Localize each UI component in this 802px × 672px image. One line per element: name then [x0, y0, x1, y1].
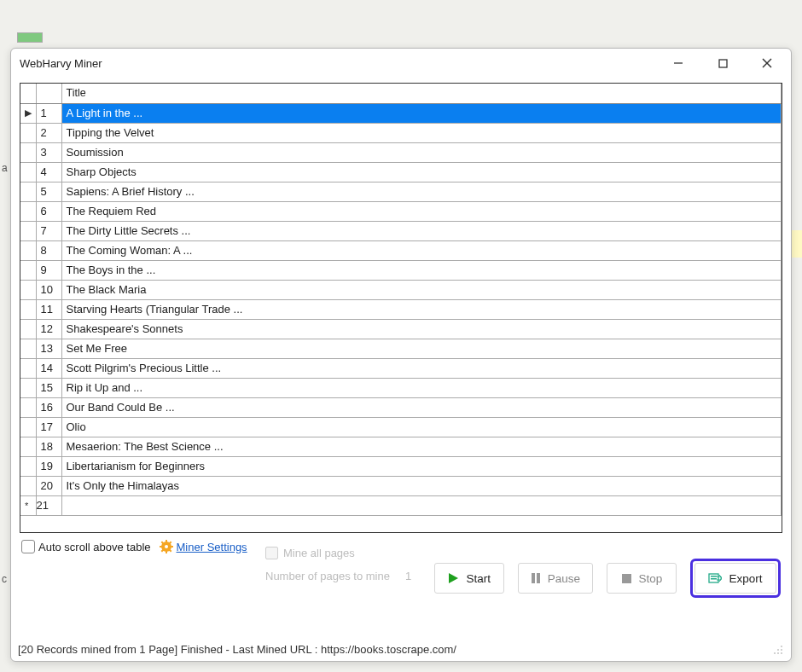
cell-title[interactable]: The Coming Woman: A ...: [61, 240, 782, 260]
table-row[interactable]: 20It's Only the Himalayas: [20, 476, 782, 495]
cell-title[interactable]: Libertarianism for Beginners: [61, 456, 782, 476]
row-number: 19: [36, 456, 61, 476]
gear-icon: [160, 540, 173, 553]
table-row[interactable]: 3Soumission: [20, 142, 782, 162]
titlebar: WebHarvy Miner: [11, 49, 791, 78]
table-row[interactable]: 2Tipping the Velvet: [20, 123, 782, 142]
row-indicator: [20, 162, 36, 182]
svg-point-24: [774, 652, 776, 654]
row-indicator: [20, 280, 36, 299]
table-row[interactable]: 19Libertarianism for Beginners: [20, 456, 782, 476]
cell-title[interactable]: [61, 495, 782, 515]
cell-title[interactable]: Scott Pilgrim's Precious Little ...: [61, 358, 782, 378]
row-number: 15: [36, 378, 61, 397]
pause-label: Pause: [548, 572, 580, 585]
cell-title[interactable]: The Boys in the ...: [61, 260, 782, 280]
cell-title[interactable]: Our Band Could Be ...: [61, 397, 782, 417]
num-pages-value: 1: [405, 570, 431, 582]
pause-button[interactable]: Pause: [518, 563, 593, 594]
table-row[interactable]: 11Starving Hearts (Triangular Trade ...: [20, 299, 782, 319]
table-row[interactable]: 13Set Me Free: [20, 339, 782, 358]
table-row[interactable]: 7The Dirty Little Secrets ...: [20, 221, 782, 240]
grid-header-title[interactable]: Title: [61, 84, 782, 103]
row-number: 10: [36, 280, 61, 299]
cell-title[interactable]: Set Me Free: [61, 339, 782, 358]
stop-button[interactable]: Stop: [607, 563, 677, 594]
cell-title[interactable]: Soumission: [61, 142, 782, 162]
row-number: 4: [36, 162, 61, 182]
svg-rect-19: [711, 576, 717, 577]
data-grid[interactable]: Title ▶1A Light in the ...2Tipping the V…: [20, 83, 782, 533]
table-row[interactable]: 14Scott Pilgrim's Precious Little ...: [20, 358, 782, 378]
table-row[interactable]: *21: [20, 495, 782, 515]
row-indicator: [20, 417, 36, 437]
cell-title[interactable]: Tipping the Velvet: [61, 123, 782, 142]
row-number: 8: [36, 240, 61, 260]
row-indicator: [20, 123, 36, 142]
row-indicator: [20, 201, 36, 221]
table-row[interactable]: 18Mesaerion: The Best Science ...: [20, 437, 782, 456]
cell-title[interactable]: Sapiens: A Brief History ...: [61, 182, 782, 201]
table-row[interactable]: 10The Black Maria: [20, 280, 782, 299]
cell-title[interactable]: It's Only the Himalayas: [61, 476, 782, 495]
row-indicator: [20, 142, 36, 162]
svg-rect-17: [622, 574, 631, 583]
table-row[interactable]: 4Sharp Objects: [20, 162, 782, 182]
maximize-button[interactable]: [712, 53, 733, 73]
cell-title[interactable]: Sharp Objects: [61, 162, 782, 182]
row-indicator: [20, 240, 36, 260]
resize-grip-icon[interactable]: [772, 644, 784, 656]
table-row[interactable]: 5Sapiens: A Brief History ...: [20, 182, 782, 201]
row-indicator: [20, 221, 36, 240]
cell-title[interactable]: Shakespeare's Sonnets: [61, 319, 782, 339]
row-number: 2: [36, 123, 61, 142]
svg-rect-15: [532, 573, 535, 583]
cell-title[interactable]: Starving Hearts (Triangular Trade ...: [61, 299, 782, 319]
svg-point-23: [781, 649, 782, 651]
edge-char: c: [2, 573, 7, 585]
row-number: 21: [36, 495, 61, 515]
cell-title[interactable]: A Light in the ...: [61, 103, 782, 123]
row-number: 13: [36, 339, 61, 358]
svg-point-5: [165, 545, 168, 548]
svg-line-13: [161, 550, 163, 552]
status-text: [20 Records mined from 1 Page] Finished …: [18, 643, 456, 656]
svg-line-12: [169, 542, 171, 543]
minimize-button[interactable]: [668, 53, 689, 73]
cell-title[interactable]: Rip it Up and ...: [61, 378, 782, 397]
background-hint: [17, 32, 43, 43]
close-icon: [761, 57, 773, 69]
grid-header-rownum: [36, 84, 61, 103]
row-indicator: [20, 319, 36, 339]
close-button[interactable]: [757, 53, 777, 73]
checkbox-icon: [21, 540, 35, 553]
maximize-icon: [718, 58, 729, 69]
cell-title[interactable]: The Black Maria: [61, 280, 782, 299]
table-row[interactable]: 17Olio: [20, 417, 782, 437]
checkbox-icon: [265, 547, 278, 559]
svg-point-25: [777, 652, 779, 654]
table-row[interactable]: 6The Requiem Red: [20, 201, 782, 221]
table-row[interactable]: 15Rip it Up and ...: [20, 378, 782, 397]
export-button[interactable]: Export: [694, 563, 776, 594]
cell-title[interactable]: Mesaerion: The Best Science ...: [61, 437, 782, 456]
export-label: Export: [729, 572, 762, 585]
auto-scroll-checkbox[interactable]: Auto scroll above table: [21, 540, 151, 553]
table-row[interactable]: 9The Boys in the ...: [20, 260, 782, 280]
miner-settings-link[interactable]: Miner Settings: [177, 541, 247, 553]
cell-title[interactable]: Olio: [61, 417, 782, 437]
table-row[interactable]: 12Shakespeare's Sonnets: [20, 319, 782, 339]
mine-all-pages-checkbox: Mine all pages: [265, 547, 431, 559]
start-button[interactable]: Start: [434, 563, 504, 594]
table-row[interactable]: 16Our Band Could Be ...: [20, 397, 782, 417]
cell-title[interactable]: The Dirty Little Secrets ...: [61, 221, 782, 240]
play-icon: [447, 572, 459, 584]
svg-point-22: [777, 649, 779, 651]
minimize-icon: [672, 57, 684, 69]
cell-title[interactable]: The Requiem Red: [61, 201, 782, 221]
auto-scroll-label: Auto scroll above table: [38, 541, 151, 553]
table-row[interactable]: ▶1A Light in the ...: [20, 103, 782, 123]
table-row[interactable]: 8The Coming Woman: A ...: [20, 240, 782, 260]
row-number: 9: [36, 260, 61, 280]
row-number: 5: [36, 182, 61, 201]
